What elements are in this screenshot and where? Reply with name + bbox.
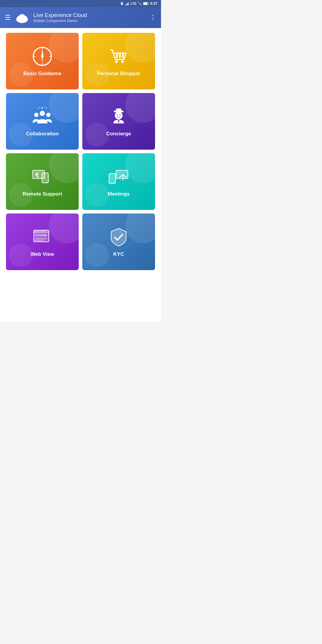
svg-rect-25 <box>122 54 124 58</box>
vibrate-icon <box>120 1 124 6</box>
tile-remote-support[interactable]: Remote Support <box>6 153 79 210</box>
tile-concierge-label: Concierge <box>106 131 131 137</box>
time-display: 5:37 <box>150 1 157 6</box>
header-left: ☰ Live Experience Cloud Mobile Component… <box>5 12 87 24</box>
app-header: ☰ Live Experience Cloud Mobile Component… <box>0 7 161 28</box>
svg-point-26 <box>115 61 118 63</box>
svg-rect-50 <box>34 230 49 233</box>
svg-point-28 <box>34 113 38 117</box>
app-logo <box>14 12 30 24</box>
tile-personal-shopper-label: Personal Shopper <box>97 71 140 77</box>
status-bar: LTE 5:37 <box>0 0 161 7</box>
compass-icon <box>32 46 53 67</box>
svg-point-38 <box>115 112 123 119</box>
svg-rect-6 <box>128 2 129 5</box>
status-icons: LTE 5:37 <box>120 1 157 6</box>
svg-rect-4 <box>126 4 127 5</box>
svg-rect-44 <box>42 173 49 183</box>
svg-point-14 <box>18 14 25 21</box>
tile-collaboration[interactable]: Collaboration <box>6 93 79 150</box>
remote-icon <box>32 166 53 188</box>
svg-point-35 <box>37 108 38 109</box>
svg-point-40 <box>120 114 121 115</box>
people-icon <box>32 106 53 127</box>
signal-icon <box>125 1 129 6</box>
svg-text:http://: http:// <box>36 235 43 237</box>
tile-basic-guidance[interactable]: Basic Guidance <box>6 33 79 89</box>
wifi-off-icon <box>138 1 142 6</box>
svg-rect-9 <box>148 3 149 4</box>
app-subtitle: Mobile Component Demo <box>33 18 87 23</box>
svg-rect-56 <box>35 240 44 241</box>
battery-icon <box>143 2 149 5</box>
svg-point-29 <box>46 113 50 117</box>
tile-meetings[interactable]: Meetings <box>82 153 155 210</box>
svg-point-33 <box>39 106 40 108</box>
svg-rect-1 <box>121 3 121 5</box>
browser-icon: http:// <box>32 226 53 248</box>
svg-point-39 <box>117 114 118 115</box>
tile-collaboration-label: Collaboration <box>26 131 59 137</box>
svg-point-30 <box>40 111 45 116</box>
tile-kyc-label: KYC <box>113 251 124 257</box>
tile-basic-guidance-label: Basic Guidance <box>23 71 61 77</box>
svg-rect-10 <box>144 3 147 5</box>
tile-personal-shopper[interactable]: Personal Shopper <box>82 33 155 89</box>
svg-rect-3 <box>126 4 126 5</box>
svg-point-32 <box>44 106 45 108</box>
tile-web-view-label: Web View <box>31 251 54 257</box>
svg-point-31 <box>41 107 43 109</box>
svg-rect-2 <box>123 3 123 5</box>
svg-rect-55 <box>35 238 47 239</box>
svg-rect-0 <box>121 2 123 5</box>
svg-point-45 <box>37 177 38 178</box>
main-content: Basic Guidance Personal Shopper <box>0 28 161 322</box>
share-screen-icon <box>108 166 129 188</box>
svg-rect-37 <box>116 109 121 111</box>
tile-remote-support-label: Remote Support <box>23 191 62 197</box>
app-title: Live Experience Cloud <box>33 12 87 18</box>
lte-label: LTE <box>131 2 137 5</box>
svg-rect-5 <box>127 3 128 5</box>
shield-icon <box>108 226 129 248</box>
hamburger-menu[interactable]: ☰ <box>5 14 11 21</box>
svg-point-34 <box>46 108 47 109</box>
tiles-grid: Basic Guidance Personal Shopper <box>6 33 155 270</box>
tile-concierge[interactable]: Concierge <box>82 93 155 150</box>
cart-icon <box>108 46 129 67</box>
more-options-button[interactable]: ⋮ <box>150 14 156 21</box>
svg-rect-46 <box>109 174 116 183</box>
tile-web-view[interactable]: http:// Web View <box>6 213 79 270</box>
concierge-icon <box>108 106 129 127</box>
header-title: Live Experience Cloud Mobile Component D… <box>33 12 87 23</box>
svg-line-7 <box>138 2 142 5</box>
tile-meetings-label: Meetings <box>108 191 130 197</box>
tile-kyc[interactable]: KYC <box>82 213 155 270</box>
svg-rect-24 <box>119 54 121 58</box>
svg-point-27 <box>121 61 124 63</box>
svg-rect-23 <box>116 54 118 58</box>
